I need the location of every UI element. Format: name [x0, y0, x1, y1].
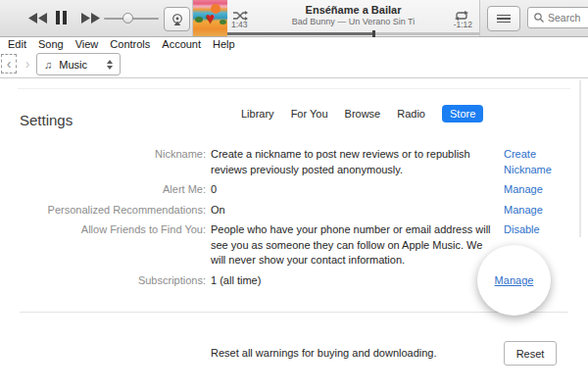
now-playing-info: Enséñame a Bailar Bad Bunny — Un Verano …: [227, 4, 479, 27]
setting-action-link[interactable]: Manage: [504, 203, 574, 219]
tab-store[interactable]: Store: [442, 105, 483, 122]
back-button[interactable]: ‹: [1, 54, 17, 74]
progress-knob[interactable]: [372, 30, 375, 37]
setting-label: Subscriptions:: [20, 273, 206, 289]
up-next-button[interactable]: [487, 6, 520, 31]
settings-row: Nickname: Create a nickname to post new …: [20, 147, 574, 177]
setting-action-link[interactable]: Create Nickname: [504, 147, 574, 177]
nav-tabs: LibraryFor YouBrowseRadioStore: [241, 100, 483, 127]
setting-value: People who have your phone number or ema…: [211, 222, 499, 269]
setting-value: 0: [211, 182, 499, 198]
menu-item-view[interactable]: View: [70, 38, 105, 50]
settings-row: Alert Me: 0 Manage: [20, 182, 574, 198]
search-placeholder: Search: [548, 12, 580, 24]
setting-value: On: [211, 203, 499, 219]
pause-button[interactable]: [56, 11, 67, 24]
chevron-left-icon: ‹: [7, 56, 12, 72]
rewind-icon: [28, 13, 47, 24]
setting-label: Nickname:: [20, 147, 206, 177]
setting-value: 1 (all time): [211, 273, 499, 289]
music-note-icon: ♫: [44, 59, 52, 71]
menu-item-account[interactable]: Account: [156, 38, 207, 50]
volume-slider[interactable]: [104, 12, 159, 24]
search-icon: [534, 13, 544, 23]
menu-item-controls[interactable]: Controls: [104, 38, 156, 50]
reset-button[interactable]: Reset: [504, 341, 557, 366]
progress-played: [227, 32, 373, 35]
volume-knob[interactable]: [122, 13, 133, 24]
tab-for-you[interactable]: For You: [291, 108, 328, 120]
lcd-display: ♥ 1:43 Enséñame a Bailar Bad Bunny — Un …: [192, 0, 480, 36]
track-title: Enséñame a Bailar: [227, 4, 479, 17]
player-toolbar: ♥ 1:43 Enséñame a Bailar Bad Bunny — Un …: [0, 0, 588, 37]
header-divider: [18, 88, 570, 89]
setting-label: Personalized Recommendations:: [20, 203, 206, 219]
menu-item-song[interactable]: Song: [32, 38, 70, 50]
fast-forward-icon: [81, 13, 100, 24]
tab-library[interactable]: Library: [241, 108, 274, 120]
media-picker-label: Music: [59, 59, 87, 71]
album-art: ♥: [193, 0, 227, 36]
setting-action-link[interactable]: Manage: [504, 182, 574, 198]
section-divider: [20, 312, 568, 313]
tab-radio[interactable]: Radio: [397, 108, 425, 120]
page-title: Settings: [20, 112, 73, 128]
pause-icon: [56, 11, 60, 24]
highlight-circle: Manage: [477, 245, 551, 316]
forward-button[interactable]: ›: [20, 54, 35, 74]
tab-browse[interactable]: Browse: [345, 108, 381, 120]
airplay-button[interactable]: [164, 7, 190, 31]
menu-item-edit[interactable]: Edit: [2, 38, 32, 50]
reset-warnings-text: Reset all warnings for buying and downlo…: [211, 347, 437, 359]
settings-row: Personalized Recommendations: On Manage: [20, 203, 574, 219]
rewind-button[interactable]: [28, 13, 47, 24]
scrollbar-thumb[interactable]: [579, 80, 581, 237]
nav-bar: ‹ › ♫ Music LibraryFor YouBrowseRadioSto…: [0, 50, 588, 78]
setting-label: Alert Me:: [20, 182, 206, 198]
track-progress-bar[interactable]: [227, 32, 479, 35]
chevron-right-icon: ›: [25, 56, 30, 72]
heart-icon: ♥: [193, 9, 227, 28]
menu-item-help[interactable]: Help: [207, 38, 241, 50]
itunes-window: ♥ 1:43 Enséñame a Bailar Bad Bunny — Un …: [0, 0, 588, 392]
fast-forward-button[interactable]: [81, 13, 100, 24]
media-picker-dropdown[interactable]: ♫ Music: [36, 53, 121, 75]
remaining-time: -1:12: [454, 20, 472, 29]
airplay-icon: [171, 13, 184, 26]
search-input[interactable]: Search: [527, 7, 588, 28]
setting-value: Create a nickname to post new reviews or…: [211, 147, 499, 177]
setting-label: Allow Friends to Find You:: [20, 222, 206, 269]
list-icon: [497, 15, 511, 17]
manage-subscriptions-link[interactable]: Manage: [495, 274, 534, 286]
stepper-chevrons-icon: [107, 60, 113, 70]
menu-bar: EditSongViewControlsAccountHelp: [0, 37, 588, 50]
track-artist-album: Bad Bunny — Un Verano Sin Ti: [227, 17, 479, 27]
